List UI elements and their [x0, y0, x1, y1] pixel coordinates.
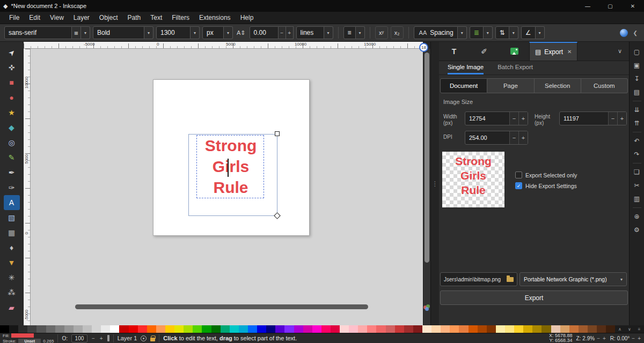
dpi-field[interactable]: 254.00 − +	[465, 131, 528, 145]
palette-swatch[interactable]	[551, 325, 560, 333]
palette-swatch[interactable]	[303, 325, 312, 333]
tool-star[interactable]: ★	[4, 105, 20, 120]
maximize-button[interactable]: ▢	[599, 0, 621, 12]
opacity-slider[interactable]	[107, 335, 109, 341]
folder-icon[interactable]	[507, 277, 514, 282]
minimize-button[interactable]: —	[576, 0, 599, 12]
palette-swatch[interactable]	[441, 325, 450, 333]
palette-swatch[interactable]	[83, 325, 92, 333]
palette-swatch[interactable]	[431, 325, 441, 333]
menu-edit[interactable]: Edit	[24, 12, 45, 24]
palette-swatch[interactable]	[193, 325, 202, 333]
tool-mesh[interactable]: ▦	[4, 225, 20, 240]
palette-swatch[interactable]	[606, 325, 615, 333]
palette-swatch[interactable]	[138, 325, 147, 333]
tool-paint-bucket[interactable]: ▼	[4, 255, 20, 270]
fill-stroke-indicator[interactable]: Fill: Stroke:Unset0.265	[3, 333, 54, 343]
palette-scroll-up-icon[interactable]: ∧	[615, 325, 625, 333]
vertical-scrollbar[interactable]	[425, 53, 429, 263]
palette-swatch[interactable]	[64, 325, 74, 333]
tool-text[interactable]: A	[4, 195, 20, 210]
kerning-arrow[interactable]: ▾	[509, 26, 518, 39]
close-button[interactable]: ✕	[621, 0, 644, 12]
new-document-icon[interactable]: ▢	[632, 47, 642, 57]
dpi-decrease-button[interactable]: −	[509, 131, 518, 144]
palette-swatch[interactable]	[221, 325, 230, 333]
width-field[interactable]: 12754 − +	[465, 111, 528, 125]
palette-swatch[interactable]	[101, 325, 110, 333]
palette-swatch[interactable]	[184, 325, 193, 333]
tool-pencil[interactable]: ✎	[4, 150, 20, 165]
export-format-dropdown[interactable]: Portable Network Graphic (*.png) ▾	[519, 272, 627, 286]
spacing-dropdown[interactable]: AASpacing ▾	[414, 26, 467, 39]
close-tab-icon[interactable]: ✕	[567, 49, 572, 55]
zoom-control[interactable]: Z: 2.9% − +	[576, 335, 606, 341]
subtab-single-image[interactable]: Single Image	[448, 64, 484, 74]
vertical-ruler[interactable]: 1000050000-5000	[24, 49, 31, 325]
palette-swatch[interactable]	[376, 325, 385, 333]
palette-swatch[interactable]	[156, 325, 165, 333]
copy-icon[interactable]: ❏	[632, 167, 642, 177]
palette-swatch[interactable]	[239, 325, 248, 333]
font-family-combo[interactable]: sans-serif ▦ ▾	[4, 26, 90, 39]
palette-swatch[interactable]	[505, 325, 514, 333]
redo-icon[interactable]: ↷	[632, 150, 642, 159]
preferences-icon[interactable]: ⚙	[632, 225, 642, 235]
palette-swatch[interactable]	[9, 325, 18, 333]
palette-swatch[interactable]	[413, 325, 422, 333]
tool-pen[interactable]: ✒	[4, 165, 20, 180]
height-decrease-button[interactable]: −	[608, 112, 617, 125]
tool-node-editor[interactable]: ✜	[4, 60, 20, 75]
scope-selection[interactable]: Selection	[535, 78, 581, 93]
import-icon[interactable]: ⇊	[632, 105, 642, 115]
alignment-dropdown[interactable]: ≡ ▾	[343, 26, 365, 39]
palette-swatch[interactable]	[129, 325, 138, 333]
menu-object[interactable]: Object	[94, 12, 123, 24]
menu-text[interactable]: Text	[145, 12, 167, 24]
palette-swatch[interactable]	[588, 325, 597, 333]
tab-text-and-font[interactable]: T	[439, 42, 469, 61]
tab-fill-and-stroke[interactable]: ✐	[469, 42, 499, 61]
scope-page[interactable]: Page	[487, 78, 534, 93]
palette-swatch[interactable]	[404, 325, 413, 333]
palette-swatch[interactable]	[321, 325, 331, 333]
spacing-arrow[interactable]: ▾	[458, 26, 467, 39]
palette-swatch[interactable]	[569, 325, 579, 333]
open-document-icon[interactable]: ▣	[632, 61, 642, 70]
panel-resize-handle[interactable]: ⋮	[430, 42, 439, 325]
layer-lock-icon[interactable]	[150, 338, 155, 341]
export-selected-row[interactable]: Export Selected only	[515, 172, 577, 178]
tool-selector[interactable]: ➤	[4, 45, 20, 60]
rotate-cw-button[interactable]: +	[637, 335, 641, 341]
layer-selector[interactable]: Layer 1	[118, 335, 137, 341]
alignment-arrow[interactable]: ▾	[356, 26, 365, 39]
palette-swatch[interactable]	[469, 325, 478, 333]
palette-swatch[interactable]	[579, 325, 588, 333]
font-size-combo[interactable]: 1300 ▾	[156, 26, 200, 39]
horizontal-ruler[interactable]: -5000050001000015000	[24, 42, 423, 49]
palette-swatch[interactable]	[294, 325, 303, 333]
palette-swatch[interactable]	[46, 325, 55, 333]
tool-gradient[interactable]: ▧	[4, 210, 20, 225]
palette-swatch[interactable]	[496, 325, 505, 333]
font-style-combo[interactable]: Bold ▾	[93, 26, 153, 39]
snapping-icon[interactable]	[620, 29, 628, 37]
zoom-out-button[interactable]: −	[596, 335, 601, 341]
font-size-unit-combo[interactable]: px ▾	[202, 26, 233, 39]
palette-swatch[interactable]	[36, 325, 46, 333]
palette-swatch[interactable]	[211, 325, 221, 333]
tab-image-dialog[interactable]	[499, 42, 529, 61]
layer-visibility-eye-icon[interactable]	[141, 335, 147, 341]
height-field[interactable]: 11197 − +	[559, 111, 627, 125]
line-spacing-unit-combo[interactable]: lines ▾	[296, 26, 333, 39]
palette-swatch[interactable]	[459, 325, 468, 333]
palette-swatch[interactable]	[367, 325, 376, 333]
menu-layer[interactable]: Layer	[69, 12, 94, 24]
rotation-control[interactable]: R: 0.00° − +	[610, 335, 641, 341]
tool-dropper[interactable]: ♦	[4, 240, 20, 255]
font-family-dropdown-arrow[interactable]: ▾	[81, 26, 90, 39]
palette-swatch[interactable]	[478, 325, 487, 333]
tool-spray[interactable]: ⁂	[4, 285, 20, 300]
kerning-dropdown[interactable]: ⇅ ▾	[495, 26, 518, 39]
export-filename-field[interactable]: Jsers\admin\bitmap.png	[440, 272, 517, 286]
